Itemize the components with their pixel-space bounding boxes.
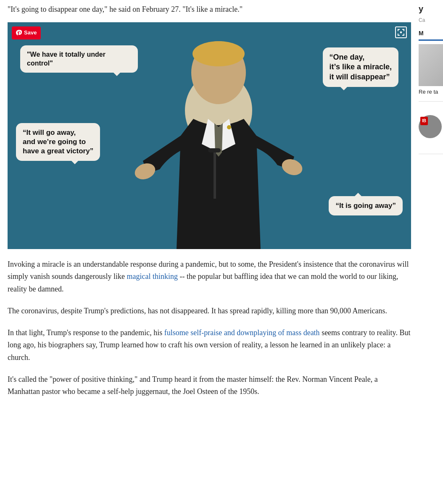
person-figure (126, 26, 311, 249)
right-story-1-text: Re re ta (419, 89, 443, 96)
right-section-header: M (419, 29, 443, 40)
article-paragraph-2: The coronavirus, despite Trump's predict… (8, 305, 411, 318)
svg-point-7 (227, 125, 231, 129)
speech-bubble-top-left: "We have it totally under control" (20, 45, 138, 73)
right-top-initial: y (419, 2, 443, 16)
article-paragraph-1: Invoking a miracle is an understandable … (8, 258, 411, 296)
right-story-1-image (419, 44, 443, 86)
intro-quote: "It's going to disappear one day," he sa… (8, 0, 411, 16)
svg-rect-6 (208, 148, 221, 152)
right-story-2[interactable]: IB Ko pa ne do (419, 108, 443, 154)
speech-bubble-top-right: “One day,it’s like a miracle,it will dis… (323, 47, 398, 87)
article-body: Invoking a miracle is an understandable … (8, 258, 411, 398)
article-paragraph-4: It's called the "power of positive think… (8, 373, 411, 398)
article-image: Save "We have it totally under control" … (8, 22, 411, 249)
right-sidebar: y Ca M Re re ta IB Ko pa ne do (419, 0, 443, 504)
fulsome-link[interactable]: fulsome self-praise and downplaying of m… (164, 328, 320, 337)
speech-bubble-bottom-right: “It is going away” (329, 196, 403, 215)
save-label: Save (24, 29, 37, 37)
right-story-2-image: IB Ko pa ne do (419, 108, 443, 145)
svg-point-2 (192, 41, 245, 66)
svg-rect-5 (214, 148, 216, 199)
pinterest-save-button[interactable]: Save (12, 26, 41, 39)
speech-bubble-mid-left: “It will go away,and we’re going tohave … (16, 123, 100, 161)
paragraph-3-text-before: In that light, Trump's response to the p… (8, 328, 164, 337)
expand-icon[interactable] (395, 26, 407, 38)
right-top-sub: Ca (419, 16, 443, 24)
magical-thinking-link[interactable]: magical thinking (127, 272, 177, 281)
story2-badge: IB (420, 117, 428, 125)
right-story-1[interactable]: Re re ta (419, 44, 443, 102)
article-paragraph-3: In that light, Trump's response to the p… (8, 327, 411, 364)
